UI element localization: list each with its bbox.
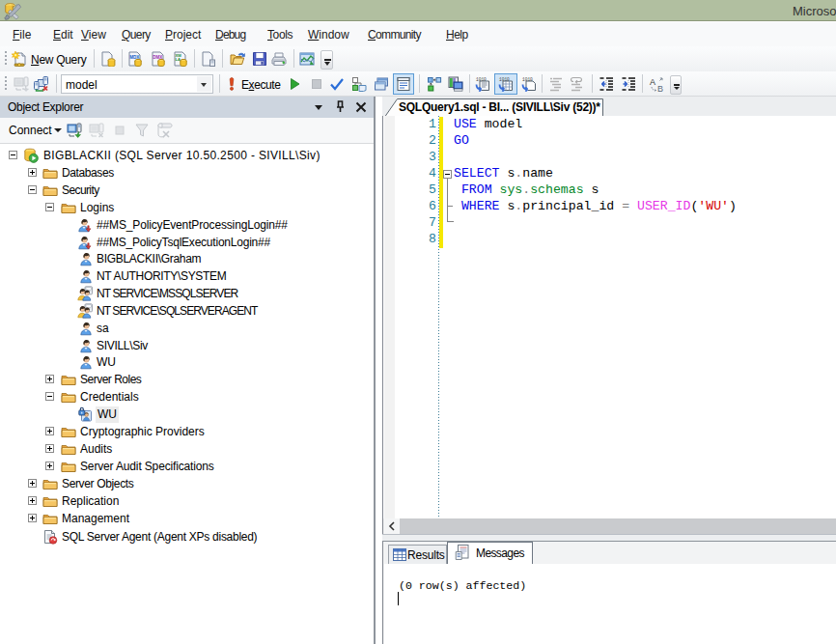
svg-text:A: A <box>650 77 655 87</box>
svg-text:B: B <box>657 84 663 93</box>
svg-text:LA: LA <box>176 57 181 62</box>
